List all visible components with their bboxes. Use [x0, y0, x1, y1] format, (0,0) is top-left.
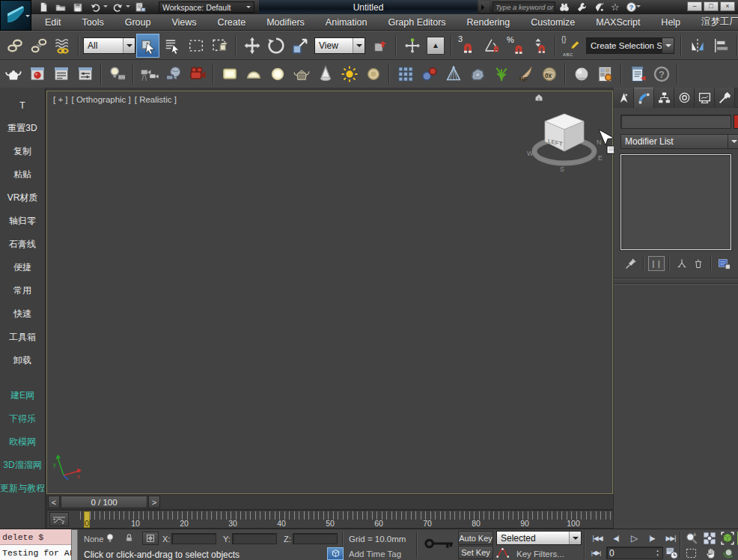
object-name-field[interactable]	[620, 115, 731, 129]
use-pivot-point-center-button[interactable]	[368, 34, 391, 58]
subscription-wrench-button[interactable]	[576, 1, 588, 13]
menu-item-edit[interactable]: Edit	[34, 15, 72, 30]
sidebar-item-9[interactable]: 快速	[0, 302, 45, 326]
menu-item-tools[interactable]: Tools	[72, 15, 115, 30]
camera-match-button[interactable]	[442, 62, 465, 86]
tab-motion[interactable]	[674, 88, 695, 108]
render-setup-button[interactable]	[49, 62, 73, 86]
previous-frame-button[interactable]: <	[48, 496, 60, 508]
redo-dropdown-caret[interactable]	[126, 5, 130, 10]
field-of-view-region-button[interactable]	[685, 547, 698, 559]
menu-item-maxscript[interactable]: MAXScript	[585, 15, 650, 30]
go-to-end-button[interactable]: ▶▶|	[662, 532, 680, 545]
sun-light-button[interactable]	[338, 62, 361, 86]
auto-key-button[interactable]: Auto Key	[458, 531, 493, 545]
menu-item-help[interactable]: Help	[650, 15, 691, 30]
sidebar-item-7[interactable]: 便捷	[0, 256, 45, 279]
select-and-link-button[interactable]	[3, 34, 26, 58]
key-filters-curve-icon[interactable]	[496, 547, 510, 559]
play-animation-button[interactable]: ▷	[626, 532, 642, 545]
close-button[interactable]: ×	[720, 1, 735, 11]
menu-item-group[interactable]: Group	[115, 15, 162, 30]
tab-create[interactable]	[614, 88, 634, 108]
search-binoculars-button[interactable]	[558, 1, 570, 13]
project-folder-button[interactable]	[132, 1, 147, 13]
tab-utilities[interactable]	[715, 88, 735, 108]
sidebar-item-5[interactable]: 轴归零	[0, 210, 45, 233]
array-tool-button[interactable]	[394, 62, 417, 86]
align-button[interactable]	[710, 34, 733, 58]
undo-dropdown-caret[interactable]	[103, 5, 108, 10]
communication-center-button[interactable]	[594, 1, 605, 13]
pan-view-button[interactable]	[704, 547, 717, 559]
open-mini-curve-editor-button[interactable]	[49, 512, 69, 526]
render-teapot-button[interactable]	[1, 62, 25, 86]
select-and-manipulate-button[interactable]	[400, 34, 424, 58]
edit-named-selection-sets-button[interactable]: {} ABC	[560, 34, 583, 58]
material-editor-button[interactable]	[25, 62, 49, 86]
key-filters-button[interactable]: Key Filters...	[516, 550, 564, 559]
sidebar-link-2[interactable]: 欧模网	[0, 430, 45, 454]
grass-object-button[interactable]	[490, 62, 513, 86]
wire-teapot-button[interactable]	[290, 62, 313, 86]
bind-to-space-warp-button[interactable]	[51, 34, 74, 58]
select-object-button[interactable]	[136, 34, 159, 58]
orbit-view-button[interactable]	[722, 547, 735, 559]
workspace-dropdown[interactable]: Workspace: Default	[159, 1, 254, 13]
next-frame-button[interactable]: >	[148, 496, 160, 508]
remove-modifier-button[interactable]	[690, 256, 707, 271]
sidebar-item-10[interactable]: 工具箱	[0, 326, 45, 349]
menu-item-create[interactable]: Create	[207, 15, 257, 30]
disc-light-button[interactable]	[362, 62, 385, 86]
save-file-button[interactable]	[70, 1, 85, 13]
set-keys-key-icon[interactable]	[424, 537, 455, 550]
frame-spinner[interactable]: ▲▼	[655, 547, 660, 559]
sidebar-item-6[interactable]: 石膏线	[0, 233, 45, 256]
listener-macro-line[interactable]: delete $	[0, 529, 71, 545]
sidebar-link-0[interactable]: 建E网	[0, 384, 45, 407]
reference-coordinate-dropdown[interactable]: View	[314, 37, 365, 54]
modifier-stack-list[interactable]	[620, 154, 731, 250]
time-configuration-button[interactable]	[665, 547, 678, 559]
modifier-list-dropdown[interactable]: Modifier List	[620, 134, 738, 149]
tab-display[interactable]	[695, 88, 715, 108]
mirror-button[interactable]	[686, 34, 709, 58]
restore-button[interactable]: □	[704, 1, 719, 11]
camera-dome-button[interactable]	[162, 62, 185, 86]
zoom-button[interactable]: ±	[685, 532, 698, 545]
viewport-menu-shading[interactable]: [ Realistic ]	[135, 95, 177, 104]
sidebar-link-1[interactable]: 下得乐	[0, 407, 45, 430]
physical-camera-button[interactable]	[186, 62, 209, 86]
select-and-scale-button[interactable]	[288, 34, 311, 58]
viewport-menu-general[interactable]: [ + ]	[53, 95, 68, 104]
zoom-all-button[interactable]	[703, 532, 716, 545]
max-application-button[interactable]	[0, 0, 31, 31]
listener-script-line[interactable]: Testing for ALl	[0, 545, 71, 560]
undo-button[interactable]	[88, 1, 103, 13]
sidebar-item-3[interactable]: 粘贴	[0, 163, 45, 186]
tab-modify[interactable]	[634, 88, 654, 108]
toolbar-help-button[interactable]: ?	[650, 62, 673, 86]
camera-lister-button[interactable]	[138, 62, 161, 86]
track-bar[interactable]: 0102030405060708090100	[46, 510, 614, 529]
make-unique-button[interactable]	[674, 256, 690, 271]
sidebar-item-4[interactable]: VR材质	[0, 186, 45, 210]
y-coordinate-field[interactable]	[232, 533, 277, 544]
pin-stack-button[interactable]	[623, 256, 639, 271]
show-end-result-button[interactable]: | |	[648, 256, 665, 271]
tab-hierarchy[interactable]	[654, 88, 674, 108]
new-file-button[interactable]	[36, 1, 51, 13]
script-editor-button[interactable]	[626, 62, 649, 86]
angle-snap-toggle-button[interactable]	[480, 34, 503, 58]
light-lister-button[interactable]	[106, 62, 129, 86]
sidebar-item-0[interactable]: T	[0, 94, 45, 117]
select-by-name-button[interactable]	[160, 34, 183, 58]
dome-light-button[interactable]	[242, 62, 265, 86]
minimize-button[interactable]: –	[687, 1, 702, 11]
sidebar-item-8[interactable]: 常用	[0, 279, 45, 302]
sidebar-item-1[interactable]: 重置3D	[0, 117, 45, 140]
go-to-start-button[interactable]: |◀◀	[588, 532, 606, 545]
sidebar-link-3[interactable]: 3D溜溜网	[0, 454, 45, 477]
menu-item-customize[interactable]: Customize	[520, 15, 585, 30]
ornatrix-button[interactable]: 0x	[537, 62, 561, 86]
